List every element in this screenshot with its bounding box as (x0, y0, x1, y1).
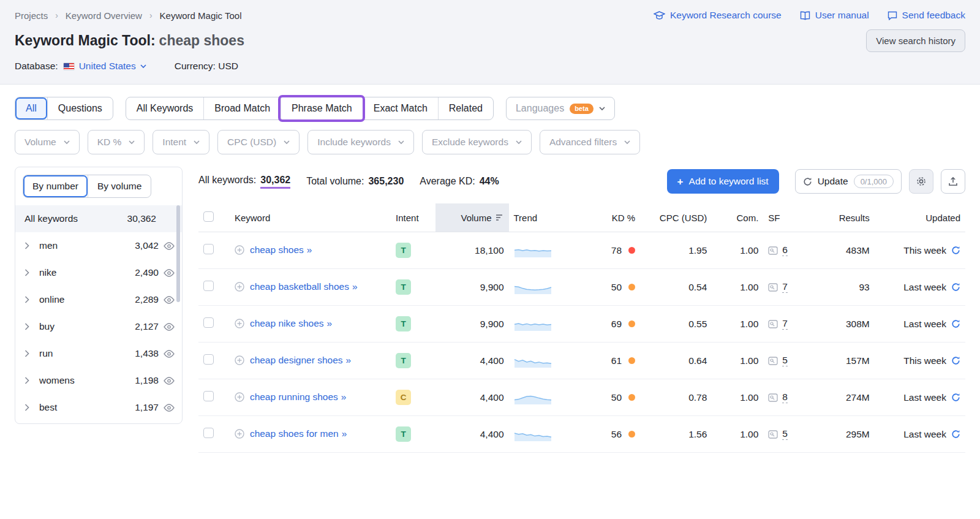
eye-icon[interactable] (164, 269, 175, 277)
refresh-icon[interactable] (951, 319, 960, 328)
tab-all-keywords[interactable]: All Keywords (126, 97, 203, 119)
tab-related[interactable]: Related (438, 97, 493, 119)
refresh-icon[interactable] (951, 356, 960, 365)
sidebar-group-nike[interactable]: nike 2,490 (15, 259, 182, 286)
table-row: cheap shoes for men» T 4,400 56 1.56 1.0… (198, 416, 965, 453)
sidebar-group-womens[interactable]: womens 1,198 (15, 367, 182, 394)
sf-count[interactable]: 7 (782, 281, 788, 293)
add-keyword-icon[interactable] (235, 355, 244, 365)
tab-broad-match[interactable]: Broad Match (203, 97, 281, 119)
row-checkbox[interactable] (203, 244, 214, 254)
add-keyword-icon[interactable] (235, 245, 244, 255)
sort-by-number-tab[interactable]: By number (23, 175, 88, 197)
eye-icon[interactable] (164, 242, 175, 250)
sf-count[interactable]: 5 (782, 428, 788, 440)
open-keyword-icon[interactable]: » (352, 281, 358, 292)
select-all-checkbox[interactable] (203, 211, 214, 222)
eye-icon[interactable] (164, 323, 175, 331)
keyword-link[interactable]: cheap running shoes (250, 392, 338, 402)
exclude-keywords-filter[interactable]: Exclude keywords (422, 130, 532, 154)
refresh-icon[interactable] (951, 393, 960, 402)
col-trend[interactable]: Trend (509, 203, 577, 232)
refresh-icon[interactable] (951, 246, 960, 255)
kd-dot (628, 284, 635, 290)
kd-value: 50 (611, 392, 622, 403)
sidebar-group-men[interactable]: men 3,042 (15, 232, 182, 259)
col-results[interactable]: Results (810, 203, 875, 232)
row-checkbox[interactable] (203, 281, 214, 291)
add-keyword-icon[interactable] (235, 319, 244, 328)
languages-dropdown[interactable]: Languages beta (506, 97, 615, 120)
user-manual-link[interactable]: User manual (800, 10, 869, 21)
breadcrumb-keyword-overview[interactable]: Keyword Overview (66, 10, 142, 21)
col-updated[interactable]: Updated (875, 203, 965, 232)
col-com[interactable]: Com. (712, 203, 763, 232)
eye-icon[interactable] (164, 350, 175, 358)
keyword-link[interactable]: cheap nike shoes (250, 318, 324, 328)
tab-phrase-match[interactable]: Phrase Match (281, 97, 363, 119)
volume-cell: 18,100 (435, 232, 508, 269)
keyword-link[interactable]: cheap shoes for men (250, 428, 339, 439)
view-search-history-button[interactable]: View search history (866, 29, 965, 52)
open-keyword-icon[interactable]: » (342, 428, 347, 439)
keyword-link[interactable]: cheap shoes (250, 244, 304, 255)
eye-icon[interactable] (164, 404, 175, 412)
add-to-keyword-list-button[interactable]: + Add to keyword list (667, 169, 779, 194)
include-keywords-filter[interactable]: Include keywords (307, 130, 414, 154)
sf-count[interactable]: 8 (782, 392, 788, 403)
col-volume[interactable]: Volume (435, 203, 508, 232)
row-checkbox[interactable] (203, 317, 214, 328)
keyword-link[interactable]: cheap designer shoes (250, 355, 343, 365)
results-cell: 483M (810, 232, 875, 269)
sidebar-group-buy[interactable]: buy 2,127 (15, 313, 182, 340)
cpc-filter[interactable]: CPC (USD) (217, 130, 300, 154)
add-keyword-icon[interactable] (235, 392, 244, 402)
sf-count[interactable]: 5 (782, 355, 788, 366)
row-checkbox[interactable] (203, 354, 214, 365)
add-keyword-icon[interactable] (235, 282, 244, 292)
advanced-filters[interactable]: Advanced filters (540, 130, 640, 154)
row-checkbox[interactable] (203, 391, 214, 401)
sort-by-volume-tab[interactable]: By volume (88, 175, 151, 197)
kd-filter[interactable]: KD % (88, 130, 145, 154)
sidebar-all-keywords-row[interactable]: All keywords 30,362 (15, 205, 182, 232)
col-sf[interactable]: SF (763, 203, 809, 232)
sf-count[interactable]: 7 (782, 318, 788, 330)
col-keyword[interactable]: Keyword (230, 203, 391, 232)
keyword-research-course-link[interactable]: Keyword Research course (654, 10, 782, 21)
settings-gear-button[interactable] (909, 169, 933, 194)
send-feedback-link[interactable]: Send feedback (888, 10, 965, 21)
sidebar-group-run[interactable]: run 1,438 (15, 340, 182, 367)
tab-exact-match[interactable]: Exact Match (363, 97, 438, 119)
database-selector[interactable]: United States (79, 61, 146, 72)
tab-all[interactable]: All (15, 97, 47, 119)
volume-filter[interactable]: Volume (15, 130, 80, 154)
col-kd[interactable]: KD % (576, 203, 640, 232)
update-button[interactable]: Update 0/1,000 (795, 169, 902, 194)
open-keyword-icon[interactable]: » (341, 392, 347, 402)
sidebar-scrollbar[interactable] (176, 205, 180, 302)
sf-count[interactable]: 6 (782, 244, 788, 256)
col-intent[interactable]: Intent (391, 203, 435, 232)
refresh-icon[interactable] (951, 282, 960, 292)
keyword-link[interactable]: cheap basketball shoes (250, 281, 349, 292)
refresh-icon[interactable] (951, 430, 960, 439)
open-keyword-icon[interactable]: » (327, 318, 333, 328)
filter-label: Exclude keywords (432, 137, 508, 148)
sidebar-group-online[interactable]: online 2,289 (15, 286, 182, 313)
chevron-down-icon (284, 140, 290, 145)
row-checkbox[interactable] (203, 428, 214, 438)
eye-icon[interactable] (164, 377, 175, 385)
sidebar-group-best[interactable]: best 1,197 (15, 394, 182, 421)
tab-questions[interactable]: Questions (47, 97, 113, 119)
group-label: men (39, 240, 135, 251)
open-keyword-icon[interactable]: » (307, 244, 312, 255)
export-button[interactable] (941, 169, 965, 194)
col-cpc[interactable]: CPC (USD) (640, 203, 712, 232)
eye-icon[interactable] (164, 296, 175, 304)
add-keyword-icon[interactable] (235, 429, 244, 439)
intent-filter[interactable]: Intent (153, 130, 209, 154)
open-keyword-icon[interactable]: » (346, 355, 352, 365)
currency-label: Currency: USD (175, 61, 238, 72)
breadcrumb-projects[interactable]: Projects (15, 10, 48, 21)
